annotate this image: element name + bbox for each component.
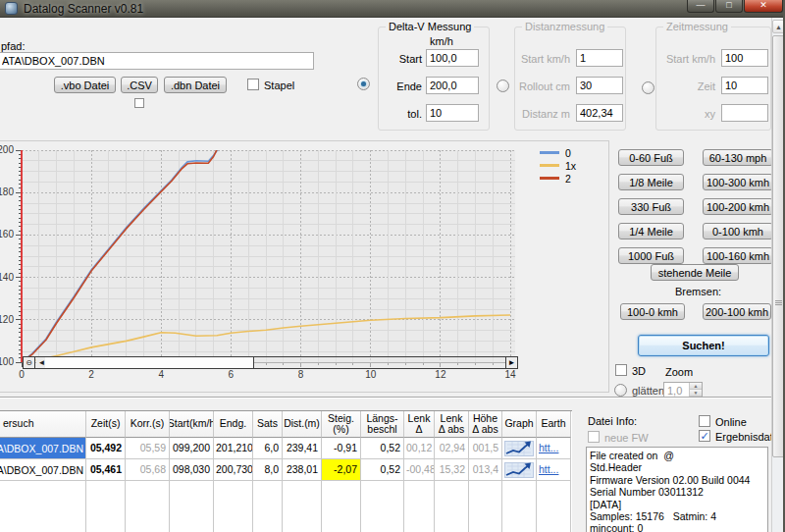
column-header-10[interactable]: Lenk Δ abs xyxy=(435,411,469,438)
column-header-7[interactable]: Steig.(%) xyxy=(322,411,361,438)
dbn-file-button[interactable]: .dbn Datei xyxy=(164,77,227,93)
chart-scroll-thumb[interactable] xyxy=(45,357,254,368)
unlabeled-checkbox[interactable] xyxy=(134,98,144,108)
suchen-button[interactable]: Suchen! xyxy=(638,335,769,356)
button-60-130-mph[interactable]: 60-130 mph xyxy=(703,149,773,166)
stapel-checkbox[interactable] xyxy=(247,79,259,90)
ergebnisdatei-checkbox[interactable]: ✓ xyxy=(699,430,710,442)
zoom-out-button[interactable]: ⊖ xyxy=(24,357,35,368)
deltav-ende-input[interactable] xyxy=(426,77,479,94)
deltav-tol-input[interactable] xyxy=(426,104,479,122)
table-cell[interactable]: 239,41 xyxy=(283,438,322,459)
column-header-9[interactable]: Lenk Δ xyxy=(404,411,435,438)
svg-text:14: 14 xyxy=(504,369,516,380)
zeit-xy-input[interactable] xyxy=(721,104,768,122)
button-1-8-meile[interactable]: 1/8 Meile xyxy=(618,174,684,190)
column-header-11[interactable]: Höhe Δ abs xyxy=(469,411,502,438)
button-0-60-fuss[interactable]: 0-60 Fuß xyxy=(618,149,684,166)
column-header-3[interactable]: Start(km/h xyxy=(170,411,214,438)
table-cell[interactable]: htt... xyxy=(537,438,571,459)
deltav-start-input[interactable] xyxy=(426,49,479,67)
column-header-1[interactable]: Zeit(s) xyxy=(86,411,126,438)
earth-link[interactable]: htt... xyxy=(539,463,558,475)
csv-button[interactable]: .CSV xyxy=(121,77,158,93)
button-stehende-meile[interactable]: stehende Meile xyxy=(651,264,739,281)
distanz-start-input[interactable] xyxy=(576,49,623,67)
neue-fw-checkbox[interactable] xyxy=(588,431,600,443)
zeit-zeit-input[interactable] xyxy=(721,77,768,94)
distanz-mode-radio[interactable] xyxy=(497,80,509,92)
button-330-fuss[interactable]: 330 Fuß xyxy=(618,198,684,215)
button-100-200-kmh[interactable]: 100-200 kmh xyxy=(703,198,773,215)
close-button[interactable]: ✕ xyxy=(744,0,783,13)
spin-down-icon[interactable]: ▼ xyxy=(690,390,702,397)
table-cell[interactable]: 201,210 xyxy=(214,438,253,459)
button-1000-fuss[interactable]: 1000 Fuß xyxy=(618,247,684,264)
column-header-4[interactable]: Endg. xyxy=(214,411,253,438)
maximize-button[interactable]: □ xyxy=(715,0,743,13)
button-100-160-kmh[interactable]: 100-160 kmh xyxy=(703,247,773,264)
table-cell[interactable]: -2,07 xyxy=(322,459,361,481)
close-icon: ✕ xyxy=(759,0,767,10)
table-cell[interactable]: 0,52 xyxy=(361,438,404,459)
button-100-0-kmh[interactable]: 100-0 kmh xyxy=(620,303,685,320)
table-cell[interactable]: 099,200 xyxy=(170,438,214,459)
table-row[interactable]: _TA\DBOX_007.DBN05,49205,59099,200201,21… xyxy=(0,438,572,459)
column-header-12[interactable]: Graph xyxy=(502,411,537,438)
table-cell[interactable]: 00,12 xyxy=(404,438,435,459)
graph-icon[interactable] xyxy=(502,438,537,459)
table-cell[interactable]: 6,0 xyxy=(253,438,283,459)
spin-up-icon[interactable]: ▲ xyxy=(690,383,702,390)
vbo-file-button[interactable]: .vbo Datei xyxy=(54,77,116,93)
column-header-8[interactable]: Längs-beschl xyxy=(361,411,404,438)
table-cell[interactable]: -0,91 xyxy=(322,438,361,459)
threed-checkbox[interactable] xyxy=(615,364,627,376)
table-cell[interactable]: 238,01 xyxy=(283,459,322,481)
table-cell[interactable]: 05,461 xyxy=(86,459,126,481)
table-cell[interactable]: 05,68 xyxy=(126,459,170,481)
table-cell[interactable]: 15,32 xyxy=(435,459,469,481)
table-cell[interactable]: 001,5 xyxy=(469,438,502,459)
earth-link[interactable]: htt... xyxy=(539,442,558,453)
table-cell[interactable]: 013,4 xyxy=(469,459,502,481)
table-row[interactable]: R_TA\DBOX_007.DBN05,46105,68098,030200,7… xyxy=(0,459,572,481)
column-header-13[interactable]: Earth xyxy=(537,411,571,438)
glaetten-radio[interactable] xyxy=(614,384,627,397)
column-header-5[interactable]: Sats xyxy=(253,411,283,438)
table-cell[interactable]: _TA\DBOX_007.DBN xyxy=(0,438,86,459)
graph-icon[interactable] xyxy=(502,459,537,481)
button-200-100-kmh[interactable]: 200-100 kmh xyxy=(703,303,771,320)
table-cell[interactable]: htt... xyxy=(537,459,571,481)
column-header-6[interactable]: Dist.(m) xyxy=(283,411,322,438)
distanz-rollout-input[interactable] xyxy=(576,77,623,94)
table-cell[interactable]: 02,94 xyxy=(435,438,469,459)
table-cell[interactable]: 098,030 xyxy=(170,459,214,481)
distanz-distanz-input[interactable] xyxy=(576,104,623,122)
column-header-0[interactable]: ersuch xyxy=(0,411,86,438)
scroll-right-button[interactable]: ► xyxy=(505,357,517,368)
button-0-100-kmh[interactable]: 0-100 kmh xyxy=(703,223,773,239)
zeit-start-input[interactable] xyxy=(721,49,768,67)
path-input[interactable] xyxy=(0,52,314,70)
table-cell[interactable]: -00,48 xyxy=(404,459,435,481)
button-100-300-kmh[interactable]: 100-300 kmh xyxy=(703,174,773,190)
online-checkbox[interactable] xyxy=(699,415,710,427)
table-cell[interactable]: 05,492 xyxy=(86,438,126,459)
table-cell[interactable]: 05,59 xyxy=(126,438,170,459)
button-1-4-meile[interactable]: 1/4 Meile xyxy=(618,223,684,239)
file-path-cell-text: R_TA\DBOX_007.DBN xyxy=(0,464,83,476)
minimize-button[interactable]: — xyxy=(687,0,714,13)
titlebar[interactable]: Datalog Scanner v0.81 — □ ✕ xyxy=(0,0,785,18)
file-info-textbox[interactable]: File created on @ Std.Header Firmware Ve… xyxy=(586,447,768,532)
deltav-mode-radio[interactable] xyxy=(357,78,370,90)
minimize-icon: — xyxy=(697,0,706,10)
svg-text:100: 100 xyxy=(0,356,14,367)
table-cell[interactable]: 8,0 xyxy=(253,459,283,481)
chart-horizontal-scrollbar[interactable]: ⊖ ◄ ► xyxy=(23,356,518,369)
table-cell[interactable]: R_TA\DBOX_007.DBN xyxy=(0,459,86,481)
zeit-mode-radio[interactable] xyxy=(642,81,654,94)
column-header-2[interactable]: Korr.(s) xyxy=(126,411,170,438)
table-cell[interactable]: 0,52 xyxy=(361,459,404,481)
deltav-tol-label: tol. xyxy=(381,108,422,120)
table-cell[interactable]: 200,730 xyxy=(214,459,253,481)
